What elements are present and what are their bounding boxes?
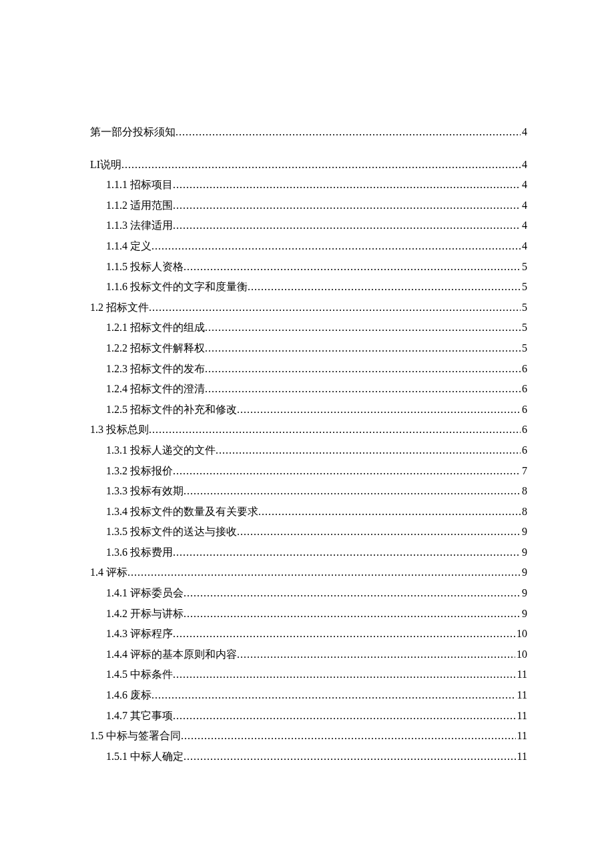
toc-page-number: 11 [516,711,527,721]
toc-entry: 1.3.3 投标有效期8 [90,486,527,496]
toc-leader-dots [184,608,521,619]
toc-page-number: 4 [521,179,527,190]
toc-title: 1.1.1 招标项目 [106,179,173,190]
toc-title: 1.4.4 评标的基本原则和内容 [106,649,237,660]
toc-title: 1.4.2 开标与讲标 [106,608,184,619]
toc-leader-dots [173,220,521,231]
toc-entry: 1.4.1 评标委员会9 [90,588,527,598]
toc-entry: 1.3 投标总则6 [90,424,527,435]
toc-leader-dots [205,384,521,394]
toc-entry: 1.4.7 其它事项11 [90,711,527,721]
toc-page-number: 11 [516,731,527,741]
toc-leader-dots [237,526,521,537]
toc-entry: 1.3.2 投标报价7 [90,466,527,476]
toc-leader-dots [173,628,515,639]
toc-title: 1.4.6 废标 [106,690,151,701]
toc-entry: 1.3.6 投标费用9 [90,547,527,558]
toc-entry: 第一部分投标须知4 [90,127,527,137]
toc-leader-dots [184,588,521,598]
toc-leader-dots [127,567,521,578]
toc-leader-dots [149,302,521,313]
toc-title: 1.3.3 投标有效期 [106,486,184,496]
toc-leader-dots [151,690,516,701]
toc-page-number: 8 [521,506,527,517]
toc-entry: 1.5 中标与签署合同11 [90,731,527,741]
toc-entry: 1.1.2 适用范围4 [90,200,527,211]
toc-leader-dots [248,282,521,292]
toc-title: 1.1.3 法律适用 [106,220,173,231]
toc-leader-dots [237,649,515,660]
toc-page-number: 6 [521,384,527,394]
toc-page-number: 9 [521,567,527,578]
toc-title: 1.3 投标总则 [90,424,149,435]
toc-page-number: 6 [521,424,527,435]
toc-leader-dots [173,547,521,558]
toc-page-number: 5 [521,302,527,313]
toc-leader-dots [237,404,521,415]
toc-page-number: 9 [521,526,527,537]
toc-page-number: 11 [516,669,527,680]
toc-leader-dots [151,241,521,252]
toc-leader-dots [173,179,521,190]
toc-title: LI说明 [90,159,121,170]
toc-leader-dots [121,159,521,170]
toc-leader-dots [205,343,521,354]
toc-page-number: 4 [521,220,527,231]
toc-leader-dots [258,506,521,517]
toc-title: 1.4.1 评标委员会 [106,588,184,598]
toc-entry: 1.2.3 招标文件的发布6 [90,364,527,374]
toc-leader-dots [149,424,521,435]
toc-title: 1.1.4 定义 [106,241,151,252]
toc-title: 1.3.6 投标费用 [106,547,173,558]
toc-entry: 1.3.4 投标文件的数量及有关要求8 [90,506,527,517]
toc-page-number: 9 [521,608,527,619]
toc-page-number: 5 [521,262,527,272]
toc-title: 1.5 中标与签署合同 [90,731,181,741]
toc-entry: 1.1.6 投标文件的文字和度量衡5 [90,282,527,292]
toc-leader-dots [173,200,521,211]
toc-entry: 1.4.5 中标条件11 [90,669,527,680]
toc-page-number: 9 [521,547,527,558]
toc-page-number: 11 [516,751,527,762]
toc-page-number: 5 [521,282,527,292]
toc-page-number: 7 [521,466,527,476]
toc-page-number: 4 [521,200,527,211]
toc-title: 1.2.5 招标文件的补充和修改 [106,404,237,415]
toc-page-number: 10 [515,649,527,660]
toc-page-number: 8 [521,486,527,496]
toc-entry: 1.3.1 投标人递交的文件6 [90,445,527,456]
toc-title: 1.2 招标文件 [90,302,149,313]
toc-leader-dots [173,466,521,476]
toc-leader-dots [181,731,516,741]
toc-entry: 1.4.3 评标程序10 [90,628,527,639]
toc-entry: 1.1.5 投标人资格5 [90,262,527,272]
toc-leader-dots [173,669,516,680]
toc-title: 1.4 评标 [90,567,127,578]
toc-page-number: 4 [521,127,527,137]
toc-title: 1.2.1 招标文件的组成 [106,322,205,333]
toc-title: 1.3.2 投标报价 [106,466,173,476]
toc-title: 1.1.5 投标人资格 [106,262,184,272]
toc-entry: 1.4 评标9 [90,567,527,578]
toc-page-number: 4 [521,159,527,170]
toc-leader-dots [216,445,521,456]
toc-leader-dots [184,486,521,496]
toc-title: 1.2.2 招标文件解释权 [106,343,205,354]
toc-page-number: 6 [521,445,527,456]
toc-page-number: 4 [521,241,527,252]
toc-page-number: 5 [521,343,527,354]
section-spacer [90,147,527,159]
toc-leader-dots [176,127,521,137]
table-of-contents: 第一部分投标须知4LI说明41.1.1 招标项目41.1.2 适用范围41.1.… [90,127,527,762]
toc-entry: LI说明4 [90,159,527,170]
toc-entry: 1.5.1 中标人确定11 [90,751,527,762]
toc-entry: 1.3.5 投标文件的送达与接收9 [90,526,527,537]
toc-entry: 1.1.1 招标项目4 [90,179,527,190]
toc-page-number: 5 [521,322,527,333]
toc-leader-dots [173,711,516,721]
toc-entry: 1.2.2 招标文件解释权5 [90,343,527,354]
toc-title: 1.2.4 招标文件的澄清 [106,384,205,394]
toc-page-number: 10 [515,628,527,639]
toc-title: 1.4.3 评标程序 [106,628,173,639]
toc-page-number: 6 [521,404,527,415]
